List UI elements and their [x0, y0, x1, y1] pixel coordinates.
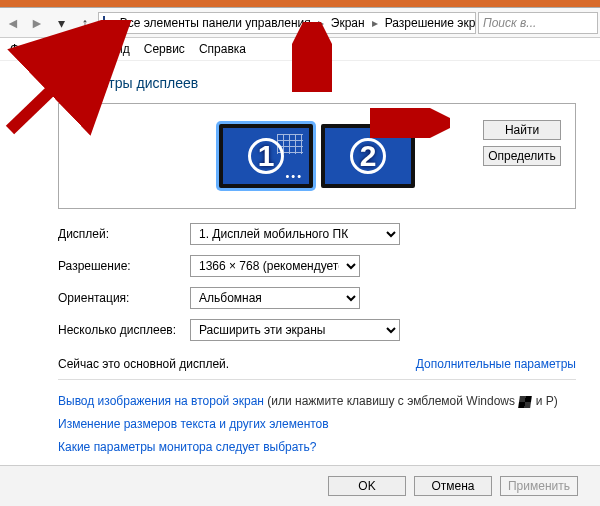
display-arrangement: 1 ••• 2 Найти Определить [58, 103, 576, 209]
forward-button: ► [26, 12, 48, 34]
cancel-button[interactable]: Отмена [414, 476, 492, 496]
breadcrumb-sep-icon: ▸ [315, 16, 327, 30]
content-area: Параметры дисплеев 1 ••• 2 Найти Определ… [0, 61, 600, 468]
monitor-1[interactable]: 1 ••• [219, 124, 313, 188]
which-settings-link[interactable]: Какие параметры монитора следует выбрать… [58, 436, 576, 459]
back-button: ◄ [2, 12, 24, 34]
history-dropdown[interactable]: ▾ [50, 12, 72, 34]
menu-edit[interactable]: Правка [54, 42, 95, 56]
multi-display-label: Несколько дисплеев: [58, 323, 190, 337]
resolution-label: Разрешение: [58, 259, 190, 273]
search-placeholder: Поиск в... [483, 16, 536, 30]
primary-display-message: Сейчас это основной дисплей. [58, 357, 416, 371]
display-label: Дисплей: [58, 227, 190, 241]
menu-service[interactable]: Сервис [144, 42, 185, 56]
breadcrumb-display[interactable]: Экран [331, 16, 365, 30]
orientation-select[interactable]: Альбомная [190, 287, 360, 309]
orientation-label: Ориентация: [58, 291, 190, 305]
breadcrumb[interactable]: « Все элементы панели управления ▸ Экран… [98, 12, 476, 34]
project-hint-a: (или нажмите клавишу с эмблемой Windows [264, 394, 518, 408]
bottom-button-bar: OK Отмена Применить [0, 465, 600, 506]
breadcrumb-sep-icon: ▸ [369, 16, 381, 30]
monitor-grid-icon [277, 134, 303, 154]
control-panel-icon [103, 16, 105, 30]
breadcrumb-prefix: « [109, 16, 116, 30]
project-hint-b: и P) [532, 394, 557, 408]
menu-file[interactable]: Файл [10, 42, 40, 56]
monitor-number: 2 [350, 138, 386, 174]
breadcrumb-resolution[interactable]: Разрешение экрана [385, 16, 476, 30]
project-second-screen-link[interactable]: Вывод изображения на второй экран [58, 394, 264, 408]
multi-display-select[interactable]: Расширить эти экраны [190, 319, 400, 341]
display-select[interactable]: 1. Дисплей мобильного ПК [190, 223, 400, 245]
menubar: Файл Правка Вид Сервис Справка [0, 38, 600, 61]
windows-logo-icon [519, 396, 533, 408]
ok-button[interactable]: OK [328, 476, 406, 496]
up-button[interactable]: ↑ [74, 12, 96, 34]
page-title: Параметры дисплеев [58, 75, 576, 91]
navbar: ◄ ► ▾ ↑ « Все элементы панели управления… [0, 8, 600, 38]
apply-button: Применить [500, 476, 578, 496]
titlebar: Разрешение экрана [0, 0, 600, 8]
search-input[interactable]: Поиск в... [478, 12, 598, 34]
identify-button[interactable]: Определить [483, 146, 561, 166]
menu-view[interactable]: Вид [108, 42, 130, 56]
menu-help[interactable]: Справка [199, 42, 246, 56]
monitor-dots-icon: ••• [285, 170, 303, 182]
find-button[interactable]: Найти [483, 120, 561, 140]
resolution-select[interactable]: 1366 × 768 (рекомендуется) [190, 255, 360, 277]
text-size-link[interactable]: Изменение размеров текста и других элеме… [58, 413, 576, 436]
monitor-2[interactable]: 2 [321, 124, 415, 188]
breadcrumb-all-items[interactable]: Все элементы панели управления [120, 16, 311, 30]
advanced-settings-link[interactable]: Дополнительные параметры [416, 357, 576, 371]
